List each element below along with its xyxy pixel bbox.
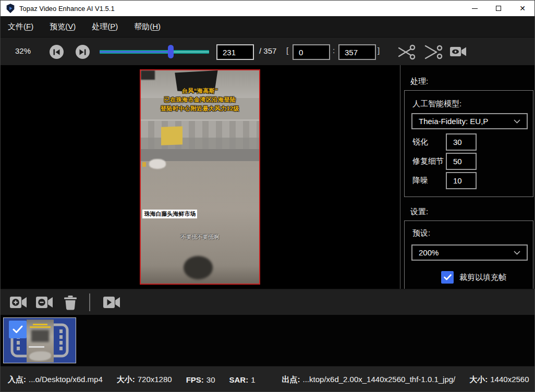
menubar: 文件(F) 预览(V) 处理(P) 帮助(H)	[1, 16, 534, 38]
ai-model-label: 人工智能模型:	[412, 99, 461, 109]
menu-item-help[interactable]: 帮助(H)	[134, 22, 161, 32]
video-dark-blob	[184, 256, 213, 279]
param-row-sharpen: 锐化	[412, 133, 527, 151]
clip-toolbar	[1, 289, 534, 315]
video-corner-shadow	[141, 70, 155, 80]
video-preview: 台风“海高斯” 已在珠海市金湾区沿海登陆 登陆时中心附近最大风力12级 珠海白藤…	[140, 69, 260, 285]
slider-remainder	[171, 51, 209, 53]
skip-to-end-button[interactable]	[76, 45, 90, 59]
status-output-size: 大小:1440x2560	[469, 375, 529, 385]
window-titlebar: Topaz Video Enhance AI V1.5.1 ✕	[1, 1, 534, 16]
denoise-label: 降噪	[412, 176, 446, 186]
processing-heading: 处理:	[410, 77, 428, 87]
timeline-slider[interactable]	[100, 45, 209, 58]
trim-start-input[interactable]	[293, 44, 330, 60]
status-out-point: 出点:...ktop/x6d_2.00x_1440x2560_thf-1.0.1…	[282, 375, 456, 385]
settings-panel: 处理: 人工智能模型: Theia-Fidelity: EU,P 锐化 修复细节…	[400, 65, 534, 289]
app-logo-icon	[6, 4, 15, 13]
preset-group: 预设: 200% 裁剪以填充帧	[404, 220, 533, 289]
status-sar: SAR:1	[229, 375, 256, 384]
denoise-input[interactable]	[446, 172, 477, 189]
minimize-button[interactable]	[463, 1, 487, 16]
sharpen-label: 锐化	[412, 137, 446, 147]
settings-heading: 设置:	[410, 207, 428, 217]
clip-preview-image	[27, 320, 54, 362]
menu-item-file[interactable]: 文件(F)	[8, 22, 33, 32]
param-row-denoise: 降噪	[412, 172, 527, 189]
close-icon: ✕	[519, 5, 526, 12]
delete-clip-button[interactable]	[63, 295, 78, 311]
checkmark-icon	[13, 325, 23, 334]
restore-detail-label: 修复细节	[412, 156, 446, 166]
video-taxi-light	[142, 162, 146, 167]
video-caption: 不要慌不要慌啊	[141, 234, 259, 241]
frame-total-label: / 357	[259, 46, 276, 55]
menu-item-preview[interactable]: 预览(V)	[50, 22, 76, 32]
clip-checkbox[interactable]	[9, 321, 27, 338]
current-frame-input[interactable]	[216, 44, 254, 60]
preset-value: 200%	[419, 248, 439, 257]
trim-close-bracket: ]	[378, 46, 380, 55]
trim-open-bracket: [	[286, 46, 288, 55]
status-in-point: 入点:...o/Desktop/x6d.mp4	[8, 375, 103, 385]
trim-separator: :	[333, 46, 335, 55]
crop-fill-checkbox[interactable]	[441, 271, 454, 284]
video-yellow-sign	[161, 127, 183, 145]
ai-model-group: 人工智能模型: Theia-Fidelity: EU,P 锐化 修复细节 降噪	[404, 90, 533, 197]
chevron-down-icon	[514, 119, 520, 124]
skip-to-end-icon	[79, 48, 87, 56]
window-title: Topaz Video Enhance AI V1.5.1	[19, 5, 115, 13]
toolbar-divider	[89, 293, 90, 311]
close-button[interactable]: ✕	[510, 1, 534, 16]
preset-dropdown[interactable]: 200%	[411, 244, 528, 261]
video-car	[149, 159, 166, 169]
minimize-icon	[472, 8, 478, 9]
skip-to-start-icon	[53, 48, 60, 56]
remove-video-button[interactable]	[35, 295, 53, 310]
restore-detail-input[interactable]	[446, 153, 477, 170]
slider-progress	[100, 51, 171, 53]
split-scissors-button[interactable]	[424, 44, 443, 60]
sharpen-input[interactable]	[446, 133, 477, 151]
preset-label: 预设:	[412, 228, 430, 238]
maximize-icon	[496, 6, 501, 11]
status-fps: FPS:30	[186, 375, 215, 384]
trim-end-input[interactable]	[338, 44, 376, 60]
crop-fill-label[interactable]: 裁剪以填充帧	[459, 273, 506, 283]
ai-model-dropdown[interactable]: Theia-Fidelity: EU,P	[411, 113, 528, 129]
video-title-overlay: 台风“海高斯” 已在珠海市金湾区沿海登陆 登陆时中心附近最大风力12级	[141, 87, 259, 113]
cut-scissors-button[interactable]	[397, 44, 416, 60]
zoom-level: 32%	[15, 46, 31, 55]
clip-strip	[1, 315, 534, 366]
param-row-restore-detail: 修复细节	[412, 153, 527, 170]
statusbar: 入点:...o/Desktop/x6d.mp4 大小:720x1280 FPS:…	[1, 366, 534, 392]
main-area: 台风“海高斯” 已在珠海市金湾区沿海登陆 登陆时中心附近最大风力12级 珠海白藤…	[1, 65, 534, 289]
ai-model-value: Theia-Fidelity: EU,P	[419, 117, 488, 126]
skip-to-start-button[interactable]	[50, 45, 64, 59]
add-video-button[interactable]	[9, 295, 27, 310]
video-location-label: 珠海白藤头海鲜市场	[142, 210, 197, 218]
menu-item-process[interactable]: 处理(P)	[92, 22, 118, 32]
maximize-button[interactable]	[487, 1, 510, 16]
status-input-size: 大小:720x1280	[117, 375, 172, 385]
process-video-button[interactable]	[103, 295, 120, 310]
toolbar: 32% / 357 [ : ]	[1, 38, 534, 65]
preview-camera-button[interactable]	[449, 44, 467, 59]
clip-thumbnail[interactable]	[3, 317, 76, 363]
app-window: Topaz Video Enhance AI V1.5.1 ✕ 文件(F) 预览…	[0, 0, 535, 392]
video-bridge	[141, 119, 259, 151]
checkmark-icon	[444, 274, 452, 280]
slider-handle[interactable]	[168, 45, 174, 58]
chevron-down-icon	[514, 251, 520, 255]
